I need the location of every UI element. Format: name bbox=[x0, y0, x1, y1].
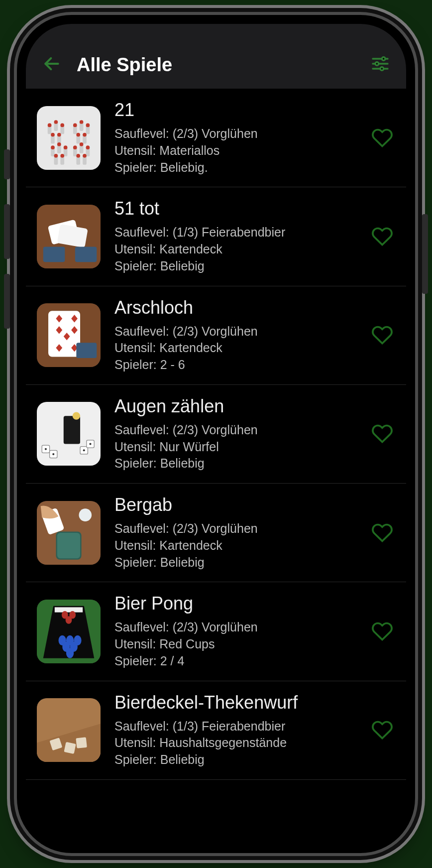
svg-point-47 bbox=[83, 154, 87, 158]
list-item[interactable]: Bergab Sauflevel: (2/3) Vorglühen Utensi… bbox=[26, 484, 406, 582]
game-thumbnail bbox=[37, 600, 101, 663]
svg-point-37 bbox=[60, 154, 64, 158]
game-meta: 21 Sauflevel: (2/3) Vorglühen Utensil: M… bbox=[114, 100, 363, 176]
game-meta: Bergab Sauflevel: (2/3) Vorglühen Utensi… bbox=[114, 495, 363, 571]
game-spieler: Spieler: 2 - 6 bbox=[114, 357, 363, 373]
svg-point-2 bbox=[382, 57, 385, 61]
volume-up-button bbox=[4, 204, 10, 259]
favorite-button[interactable] bbox=[369, 224, 395, 249]
heart-icon bbox=[371, 324, 393, 346]
list-item[interactable]: 21 Sauflevel: (2/3) Vorglühen Utensil: M… bbox=[26, 89, 406, 187]
svg-point-43 bbox=[86, 145, 90, 149]
svg-point-15 bbox=[51, 132, 55, 136]
back-button[interactable] bbox=[40, 52, 64, 76]
svg-rect-88 bbox=[76, 737, 87, 748]
list-item[interactable]: Bierdeckel-Thekenwurf Sauflevel: (1/3) F… bbox=[26, 681, 406, 780]
game-thumbnail bbox=[37, 501, 101, 565]
game-spieler: Spieler: Beliebig. bbox=[114, 159, 363, 176]
svg-point-25 bbox=[76, 132, 80, 136]
game-meta: Arschloch Sauflevel: (2/3) Vorglühen Ute… bbox=[114, 297, 363, 373]
screen: Alle Spiele 21 Sauflevel: (2/3) Vorglühe… bbox=[26, 24, 406, 844]
app-header: Alle Spiele bbox=[26, 24, 406, 89]
svg-point-83 bbox=[66, 616, 72, 623]
game-meta: Bierdeckel-Thekenwurf Sauflevel: (1/3) F… bbox=[114, 692, 363, 768]
game-utensil: Utensil: Materiallos bbox=[114, 142, 363, 159]
svg-point-9 bbox=[48, 123, 52, 127]
heart-icon bbox=[371, 127, 393, 149]
game-sauflevel: Sauflevel: (2/3) Vorglühen bbox=[114, 619, 363, 636]
game-sauflevel: Sauflevel: (1/3) Feierabendbier bbox=[114, 718, 363, 735]
svg-rect-87 bbox=[64, 742, 76, 754]
filter-button[interactable] bbox=[368, 52, 392, 76]
game-title: Bier Pong bbox=[114, 593, 363, 614]
svg-rect-55 bbox=[76, 343, 97, 358]
game-spieler: Spieler: Beliebig bbox=[114, 258, 363, 275]
svg-rect-69 bbox=[57, 533, 80, 558]
game-title: 51 tot bbox=[114, 198, 363, 219]
svg-point-33 bbox=[64, 145, 68, 149]
game-utensil: Utensil: Haushaltsgegenstände bbox=[114, 735, 363, 751]
game-spieler: Spieler: 2 / 4 bbox=[114, 653, 363, 670]
game-sauflevel: Sauflevel: (1/3) Feierabendbier bbox=[114, 224, 363, 241]
game-spieler: Spieler: Beliebig bbox=[114, 751, 363, 768]
svg-point-41 bbox=[80, 142, 84, 146]
svg-point-19 bbox=[73, 123, 77, 127]
svg-point-64 bbox=[83, 450, 85, 452]
svg-point-58 bbox=[73, 412, 80, 420]
svg-point-11 bbox=[54, 120, 58, 124]
arrow-left-icon bbox=[42, 54, 61, 73]
mute-switch bbox=[4, 149, 10, 179]
heart-icon bbox=[371, 423, 393, 445]
list-item[interactable]: Arschloch Sauflevel: (2/3) Vorglühen Ute… bbox=[26, 286, 406, 385]
list-item[interactable]: Augen zählen Sauflevel: (2/3) Vorglühen … bbox=[26, 385, 406, 484]
game-utensil: Utensil: Red Cups bbox=[114, 636, 363, 653]
game-sauflevel: Sauflevel: (2/3) Vorglühen bbox=[114, 422, 363, 439]
volume-down-button bbox=[4, 274, 10, 329]
list-item[interactable]: 51 tot Sauflevel: (1/3) Feierabendbier U… bbox=[26, 187, 406, 286]
game-title: Arschloch bbox=[114, 297, 363, 318]
game-meta: Augen zählen Sauflevel: (2/3) Vorglühen … bbox=[114, 396, 363, 472]
game-thumbnail bbox=[37, 303, 101, 367]
power-button bbox=[422, 214, 428, 294]
game-title: Augen zählen bbox=[114, 396, 363, 417]
game-thumbnail bbox=[37, 205, 101, 268]
game-sauflevel: Sauflevel: (2/3) Vorglühen bbox=[114, 323, 363, 340]
svg-point-31 bbox=[57, 142, 61, 146]
heart-icon bbox=[371, 620, 393, 642]
favorite-button[interactable] bbox=[369, 322, 395, 348]
svg-point-71 bbox=[79, 508, 92, 521]
favorite-button[interactable] bbox=[369, 717, 395, 743]
svg-point-80 bbox=[66, 648, 74, 658]
game-sauflevel: Sauflevel: (2/3) Vorglühen bbox=[114, 520, 363, 537]
favorite-button[interactable] bbox=[369, 125, 395, 151]
svg-point-35 bbox=[54, 154, 58, 158]
game-spieler: Spieler: Beliebig bbox=[114, 554, 363, 571]
favorite-button[interactable] bbox=[369, 421, 395, 447]
svg-point-27 bbox=[83, 132, 87, 136]
game-title: 21 bbox=[114, 100, 363, 121]
favorite-button[interactable] bbox=[369, 619, 395, 644]
svg-rect-52 bbox=[75, 247, 97, 262]
game-utensil: Utensil: Nur Würfel bbox=[114, 439, 363, 456]
game-title: Bergab bbox=[114, 495, 363, 515]
svg-point-6 bbox=[380, 67, 384, 71]
svg-point-60 bbox=[45, 448, 47, 450]
game-thumbnail bbox=[37, 402, 101, 466]
game-utensil: Utensil: Kartendeck bbox=[114, 241, 363, 258]
svg-point-17 bbox=[57, 132, 61, 136]
svg-rect-51 bbox=[43, 247, 65, 262]
svg-rect-57 bbox=[64, 416, 80, 444]
svg-point-39 bbox=[73, 145, 77, 149]
heart-icon bbox=[371, 226, 393, 248]
games-list[interactable]: 21 Sauflevel: (2/3) Vorglühen Utensil: M… bbox=[26, 89, 406, 780]
sliders-icon bbox=[370, 54, 390, 74]
heart-icon bbox=[371, 719, 393, 741]
heart-icon bbox=[371, 522, 393, 544]
svg-rect-7 bbox=[37, 106, 101, 170]
game-title: Bierdeckel-Thekenwurf bbox=[114, 692, 363, 713]
svg-point-66 bbox=[89, 443, 91, 445]
svg-point-13 bbox=[60, 123, 64, 127]
list-item[interactable]: Bier Pong Sauflevel: (2/3) Vorglühen Ute… bbox=[26, 582, 406, 681]
svg-point-45 bbox=[76, 154, 80, 158]
favorite-button[interactable] bbox=[369, 520, 395, 546]
